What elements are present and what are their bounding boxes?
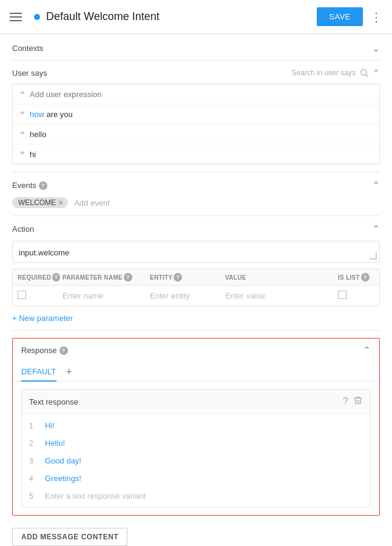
response-section: Response ? ⌃ DEFAULT + Text response ? bbox=[12, 338, 380, 516]
svg-line-1 bbox=[366, 75, 368, 77]
param-entity-field[interactable]: Enter entity bbox=[150, 291, 223, 300]
response-header: Response ? ⌃ bbox=[13, 339, 379, 362]
add-message-content-button[interactable]: ADD MESSAGE CONTENT bbox=[12, 528, 127, 546]
user-says-header: User says Search in user says ⌃ bbox=[12, 68, 380, 78]
list-item: 2 Hello! bbox=[22, 434, 370, 452]
tab-add-button[interactable]: + bbox=[66, 366, 73, 377]
text-response-delete-icon[interactable] bbox=[353, 396, 363, 408]
text-response-title: Text response bbox=[29, 397, 78, 406]
list-item: ❝ how are you bbox=[13, 104, 379, 124]
events-title: Events bbox=[12, 181, 36, 190]
param-name-help-icon[interactable]: ? bbox=[124, 273, 132, 281]
user-says-input[interactable] bbox=[30, 90, 372, 99]
text-response-box: Text response ? 1 Hi! 2 Hell bbox=[21, 389, 371, 508]
search-placeholder-text: Search in user says bbox=[292, 69, 356, 77]
action-input[interactable]: input.welcome bbox=[12, 241, 380, 263]
action-title: Action bbox=[12, 224, 34, 234]
list-item: ❝ hi bbox=[13, 144, 379, 164]
text-response-help-icon[interactable]: ? bbox=[343, 396, 348, 407]
welcome-tag-chip: WELCOME × bbox=[12, 197, 68, 208]
more-options-icon[interactable]: ⋮ bbox=[370, 10, 382, 24]
tag-label: WELCOME bbox=[18, 198, 56, 207]
user-says-section: User says Search in user says ⌃ ❝ ❝ how … bbox=[12, 61, 380, 172]
text-response-items: 1 Hi! 2 Hello! 3 Good day! 4 Greetings! … bbox=[22, 414, 370, 507]
user-says-left: User says bbox=[12, 69, 47, 78]
list-item: 1 Hi! bbox=[22, 417, 370, 434]
param-data-row: Enter name Enter entity Enter value bbox=[13, 286, 379, 306]
tag-remove-icon[interactable]: × bbox=[58, 198, 63, 207]
required-help-icon[interactable]: ? bbox=[52, 273, 60, 281]
user-says-search: Search in user says ⌃ bbox=[292, 68, 380, 78]
col-param-name: PARAMETER NAME ? bbox=[63, 273, 147, 281]
user-says-chevron-icon[interactable]: ⌃ bbox=[373, 68, 380, 78]
header: Default Welcome Intent SAVE ⋮ bbox=[0, 0, 392, 34]
param-value-field[interactable]: Enter value bbox=[225, 291, 336, 300]
events-chevron-icon[interactable]: ⌃ bbox=[372, 180, 380, 191]
events-header: Events ? ⌃ bbox=[12, 180, 380, 191]
col-required: REQUIRED ? bbox=[18, 273, 60, 281]
user-says-text: how are you bbox=[30, 110, 73, 119]
param-name-field[interactable]: Enter name bbox=[63, 291, 147, 300]
events-section: Events ? ⌃ WELCOME × Add event bbox=[12, 172, 380, 216]
contexts-section: Contexts ⌄ bbox=[12, 34, 380, 61]
events-left: Events ? bbox=[12, 181, 47, 190]
menu-icon[interactable] bbox=[10, 10, 24, 24]
events-content: WELCOME × Add event bbox=[12, 197, 380, 208]
action-value: input.welcome bbox=[19, 248, 69, 257]
page-title: Default Welcome Intent bbox=[46, 10, 317, 23]
islist-checkbox[interactable] bbox=[338, 291, 374, 301]
status-dot bbox=[34, 14, 40, 20]
tab-default[interactable]: DEFAULT bbox=[21, 362, 56, 381]
contexts-header[interactable]: Contexts ⌄ bbox=[12, 42, 380, 54]
user-says-box: ❝ ❝ how are you ❝ hello ❝ hi bbox=[12, 84, 380, 164]
highlighted-word: how bbox=[30, 110, 44, 119]
action-section: Action ⌃ input.welcome REQUIRED ? PARAME… bbox=[12, 216, 380, 331]
events-help-icon[interactable]: ? bbox=[39, 181, 47, 190]
svg-point-0 bbox=[361, 70, 367, 75]
contexts-title: Contexts bbox=[12, 44, 43, 53]
list-item: ❝ hello bbox=[13, 124, 379, 144]
parameters-table: REQUIRED ? PARAMETER NAME ? ENTITY ? VAL… bbox=[12, 269, 380, 306]
search-icon[interactable] bbox=[359, 68, 369, 78]
response-title: Response bbox=[21, 346, 57, 355]
main-content: Contexts ⌄ User says Search in user says… bbox=[0, 34, 392, 546]
user-says-text: hi bbox=[30, 150, 36, 159]
new-parameter-link[interactable]: + New parameter bbox=[12, 314, 73, 323]
list-item: 5 Enter a text response variant bbox=[22, 487, 370, 505]
user-says-title: User says bbox=[12, 69, 47, 78]
response-chevron-icon[interactable]: ⌃ bbox=[363, 345, 371, 356]
quote-icon: ❝ bbox=[20, 149, 25, 159]
contexts-chevron-icon: ⌄ bbox=[372, 42, 380, 54]
response-left: Response ? bbox=[21, 346, 68, 355]
quote-icon: ❝ bbox=[20, 89, 25, 99]
col-value: VALUE bbox=[225, 273, 336, 281]
required-checkbox[interactable] bbox=[18, 291, 60, 301]
text-response-header: Text response ? bbox=[22, 389, 370, 414]
params-header-row: REQUIRED ? PARAMETER NAME ? ENTITY ? VAL… bbox=[13, 269, 379, 286]
response-tabs: DEFAULT + bbox=[13, 362, 379, 382]
quote-icon: ❝ bbox=[20, 109, 25, 119]
islist-help-icon[interactable]: ? bbox=[361, 273, 370, 281]
list-item: 4 Greetings! bbox=[22, 470, 370, 487]
text-response-icons: ? bbox=[343, 396, 363, 408]
col-islist: IS LIST ? bbox=[338, 273, 374, 281]
add-event-link[interactable]: Add event bbox=[74, 198, 110, 207]
entity-help-icon[interactable]: ? bbox=[174, 273, 182, 281]
response-help-icon[interactable]: ? bbox=[59, 346, 68, 355]
list-item: 3 Good day! bbox=[22, 452, 370, 470]
save-button[interactable]: SAVE bbox=[317, 7, 363, 26]
quote-icon: ❝ bbox=[20, 129, 25, 139]
user-says-input-row: ❝ bbox=[13, 84, 379, 104]
col-entity: ENTITY ? bbox=[150, 273, 223, 281]
action-chevron-icon[interactable]: ⌃ bbox=[372, 223, 380, 235]
user-says-text: hello bbox=[30, 130, 46, 139]
action-header: Action ⌃ bbox=[12, 223, 380, 235]
